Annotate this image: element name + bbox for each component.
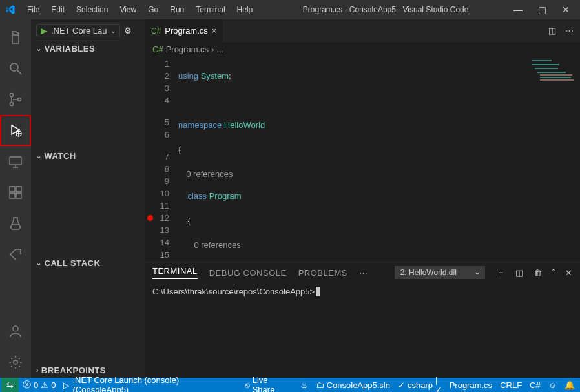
panel-tab-bar: TERMINAL DEBUG CONSOLE PROBLEMS ⋯ 2: Hel… [145,262,580,283]
svg-point-3 [18,98,21,101]
csharp-file-icon: C# [151,26,161,36]
svg-point-11 [14,360,17,364]
activity-testing[interactable] [0,208,31,239]
status-launch-config[interactable]: ▷.NET Core Launch (console) (ConsoleApp5… [59,378,240,392]
tab-label: Program.cs [165,26,207,36]
line-gutter: 1234 56 7891011 12 131415 [145,56,178,262]
warning-icon: ⚠ [41,380,48,390]
vscode-logo-icon [5,5,16,15]
svg-rect-9 [16,187,21,192]
status-bar: ⇆ ⓧ0⚠0 ▷.NET Core Launch (console) (Cons… [0,378,580,392]
status-solution[interactable]: 🗀ConsoleApp5.sln [312,378,394,392]
activity-settings[interactable] [0,347,31,378]
maximize-panel-button[interactable]: ˆ [552,268,555,278]
debug-launch-bar: ▶ .NET Core Lau ⌄ ⚙ [31,19,145,41]
tab-close-button[interactable]: × [212,26,217,36]
gear-icon[interactable]: ⚙ [124,26,132,36]
section-watch[interactable]: ⌄Watch [31,149,145,163]
code-editor[interactable]: 1234 56 7891011 12 131415 using System; … [145,56,580,262]
breadcrumb-file: Program.cs [166,45,209,54]
activity-liveshare[interactable] [0,239,31,270]
status-problems[interactable]: ⓧ0⚠0 [19,378,59,392]
status-live-share[interactable]: ⎋Live Share [241,378,296,392]
editor-tabs: C# Program.cs × ◫ ⋯ [145,19,580,42]
new-terminal-button[interactable]: ＋ [497,267,505,278]
terminal-selector[interactable]: 2: HelloWorld.dll [395,266,485,279]
panel-tab-problems[interactable]: PROBLEMS [298,268,347,278]
menu-help[interactable]: Help [232,3,258,17]
title-bar: File Edit Selection View Go Run Terminal… [0,0,580,19]
status-language[interactable]: C# [526,378,544,392]
activity-source-control[interactable] [0,84,31,115]
svg-rect-6 [10,187,15,192]
svg-point-0 [10,63,18,71]
panel-tab-debug-console[interactable]: DEBUG CONSOLE [209,268,287,278]
window-close-button[interactable]: ✕ [562,5,570,15]
remote-icon: ⇆ [6,380,14,390]
kill-terminal-button[interactable]: 🗑 [533,268,542,278]
panel-tab-terminal[interactable]: TERMINAL [152,266,198,279]
section-variables[interactable]: ⌄Variables [31,41,145,56]
menu-go[interactable]: Go [143,3,163,17]
breadcrumb[interactable]: C# Program.cs › ... [145,42,580,56]
debug-icon: ▷ [63,380,70,390]
activity-remote[interactable] [0,146,31,177]
feedback-icon: ☺ [548,380,557,390]
status-notifications[interactable]: 🔔 [561,378,579,392]
error-icon: ⓧ [23,379,31,391]
more-actions-icon[interactable]: ⋯ [565,26,574,36]
svg-point-10 [13,326,18,331]
svg-point-2 [10,103,14,106]
svg-rect-5 [10,157,21,165]
activity-accounts[interactable] [0,316,31,347]
activity-search[interactable] [0,53,31,84]
status-eol[interactable]: CRLF [496,378,526,392]
activity-run-debug[interactable] [0,115,31,146]
window-maximize-button[interactable]: ▢ [538,5,546,15]
menu-selection[interactable]: Selection [71,3,113,17]
status-omnisharp-flame[interactable]: ♨ [296,378,312,392]
menu-edit[interactable]: Edit [46,3,70,17]
start-debug-icon: ▶ [41,26,47,36]
status-omnisharp[interactable]: ✓ csharp | ✓ Program.cs [394,378,496,392]
activity-bar [0,19,31,378]
bottom-panel: TERMINAL DEBUG CONSOLE PROBLEMS ⋯ 2: Hel… [145,262,580,378]
panel-tab-more[interactable]: ⋯ [359,268,368,278]
folder-icon: 🗀 [316,380,324,390]
svg-rect-8 [16,193,21,198]
minimap[interactable] [528,56,580,262]
bell-icon: 🔔 [564,380,575,390]
window-title: Program.cs - ConsoleApp5 - Visual Studio… [258,5,513,14]
launch-config-label: .NET Core Lau [51,26,107,36]
chevron-down-icon: ⌄ [110,27,116,34]
breakpoint-icon[interactable] [147,215,153,221]
activity-extensions[interactable] [0,177,31,208]
menu-run[interactable]: Run [165,3,189,17]
debug-side-panel: ▶ .NET Core Lau ⌄ ⚙ ⌄Variables ⌄Watch ⌄C… [31,19,145,378]
split-terminal-button[interactable]: ◫ [515,268,523,278]
terminal-body[interactable]: C:\Users\thrak\source\repos\ConsoleApp5> [145,283,580,378]
status-remote[interactable]: ⇆ [1,378,19,392]
status-feedback[interactable]: ☺ [544,378,561,392]
menu-terminal[interactable]: Terminal [191,3,230,17]
flame-icon: ♨ [300,380,308,390]
menu-view[interactable]: View [114,3,141,17]
activity-explorer[interactable] [0,22,31,53]
liveshare-icon: ⎋ [245,380,250,390]
launch-config-selector[interactable]: ▶ .NET Core Lau ⌄ [36,24,120,37]
split-editor-icon[interactable]: ◫ [548,26,556,36]
menu-bar: File Edit Selection View Go Run Terminal… [22,3,258,17]
close-panel-button[interactable]: ✕ [565,268,572,278]
terminal-cursor [316,287,320,296]
terminal-prompt: C:\Users\thrak\source\repos\ConsoleApp5> [152,287,315,296]
svg-point-1 [10,94,14,97]
breadcrumb-rest: ... [216,45,223,54]
csharp-file-icon: C# [152,45,163,54]
svg-rect-7 [10,193,15,198]
editor-column: C# Program.cs × ◫ ⋯ C# Program.cs › ... … [145,19,580,378]
code-content[interactable]: using System; namespace HelloWorld { 0 r… [178,56,528,262]
section-call-stack[interactable]: ⌄Call Stack [31,256,145,271]
menu-file[interactable]: File [22,3,45,17]
window-minimize-button[interactable]: — [513,5,523,15]
tab-program-cs[interactable]: C# Program.cs × [145,19,223,42]
